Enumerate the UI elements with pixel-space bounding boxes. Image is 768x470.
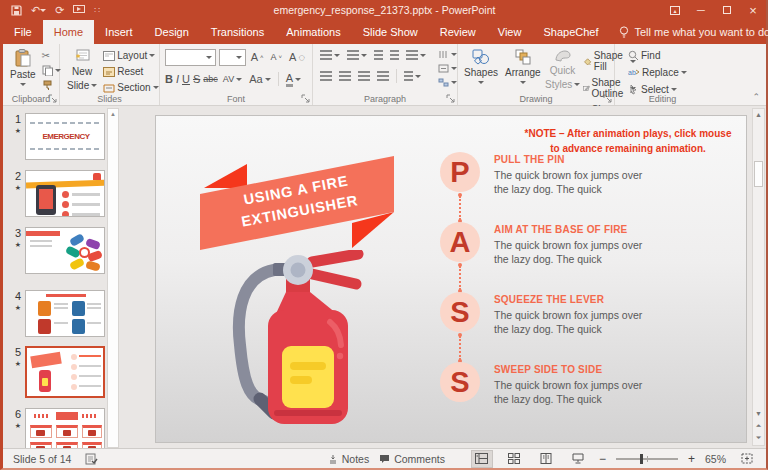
section-button[interactable]: Section xyxy=(101,81,160,94)
thumbnail-slide-5-selected[interactable]: 5★ xyxy=(7,346,119,402)
slide-show-button[interactable] xyxy=(567,450,589,468)
slide-sorter-view-button[interactable] xyxy=(503,450,525,468)
justify-icon[interactable] xyxy=(375,70,391,82)
normal-view-button[interactable] xyxy=(471,450,493,468)
line-spacing-icon[interactable] xyxy=(404,49,428,61)
bullets-icon[interactable] xyxy=(318,49,342,61)
scroll-down-icon[interactable]: ▼ xyxy=(753,409,764,419)
next-slide-icon[interactable]: ⏷ xyxy=(753,433,764,443)
thumbnail-slide-1[interactable]: 1★ EMERGENCY xyxy=(7,113,119,169)
font-dialog-launcher[interactable] xyxy=(301,94,310,103)
drawing-dialog-launcher[interactable] xyxy=(603,94,612,103)
close-icon[interactable]: × xyxy=(740,0,766,20)
thumbnail-slide-3[interactable]: 3★ xyxy=(7,227,119,283)
start-from-beginning-icon[interactable] xyxy=(73,5,85,15)
notes-toggle[interactable]: Notes xyxy=(328,453,369,465)
strikethrough-button[interactable]: S xyxy=(193,73,200,85)
replace-button[interactable]: ab Replace xyxy=(626,66,707,79)
italic-button[interactable]: I xyxy=(176,73,179,85)
text-shadow-button[interactable]: abc xyxy=(203,74,218,84)
text-direction-icon[interactable] xyxy=(436,49,459,60)
save-icon[interactable] xyxy=(11,5,22,16)
shrink-font-icon[interactable]: A˅ xyxy=(269,51,285,63)
thumbnail-scrollbar[interactable]: ▲ xyxy=(107,108,119,448)
reading-view-button[interactable] xyxy=(535,450,557,468)
quick-styles-icon xyxy=(554,49,571,63)
character-spacing-button[interactable]: AV xyxy=(221,73,244,85)
tab-shapechef[interactable]: ShapeChef xyxy=(532,20,609,44)
layout-button[interactable]: Layout xyxy=(101,49,160,62)
slide-canvas[interactable]: *NOTE – After animation plays, click mou… xyxy=(155,115,747,443)
tab-slide-show[interactable]: Slide Show xyxy=(352,20,429,44)
quick-styles-button[interactable]: Quick Styles xyxy=(545,47,581,101)
customize-qat-icon[interactable]: ⸬ xyxy=(94,6,99,14)
thumb-preview xyxy=(25,227,105,274)
find-button[interactable]: Find xyxy=(626,49,707,62)
change-case-button[interactable]: Aa xyxy=(247,72,272,86)
new-slide-button[interactable]: New Slide xyxy=(63,47,101,101)
ribbon-display-options-icon[interactable]: ▴ xyxy=(662,0,688,20)
tell-me-box[interactable]: Tell me what you want to do... xyxy=(609,20,768,44)
thumbnail-slide-4[interactable]: 4★ xyxy=(7,290,119,346)
align-center-icon[interactable] xyxy=(337,70,353,82)
tab-view[interactable]: View xyxy=(487,20,533,44)
zoom-out-icon[interactable]: − xyxy=(599,452,606,466)
zoom-slider-thumb[interactable] xyxy=(640,454,643,464)
thumbnail-slide-2[interactable]: 2★ xyxy=(7,170,119,226)
tab-design[interactable]: Design xyxy=(144,20,200,44)
tab-animations[interactable]: Animations xyxy=(275,20,351,44)
minimize-icon[interactable]: ─ xyxy=(688,0,714,20)
align-right-icon[interactable] xyxy=(356,70,372,82)
tab-file[interactable]: File xyxy=(3,20,43,44)
pass-item-aim[interactable]: A AIM AT THE BASE OF FIRE The quick brow… xyxy=(440,222,652,267)
scroll-up-icon[interactable]: ▲ xyxy=(753,110,764,120)
undo-icon[interactable]: ↶ xyxy=(31,5,46,16)
spell-check-icon[interactable] xyxy=(85,453,98,465)
tab-home[interactable]: Home xyxy=(43,20,94,44)
paste-button[interactable]: Paste xyxy=(6,47,40,101)
comments-toggle[interactable]: Comments xyxy=(379,453,445,465)
arrange-button[interactable]: Arrange xyxy=(501,47,545,101)
collapse-ribbon-icon[interactable]: ⌃ xyxy=(752,92,760,102)
replace-label: Replace xyxy=(642,67,679,78)
zoom-level[interactable]: 65% xyxy=(705,453,726,465)
align-left-icon[interactable] xyxy=(318,70,334,82)
font-name-combobox[interactable] xyxy=(165,49,216,66)
numbering-icon[interactable] xyxy=(345,49,369,61)
underline-button[interactable]: U xyxy=(182,73,190,85)
restore-icon[interactable] xyxy=(714,0,740,20)
editor-scrollbar[interactable]: ▲ ▼ ⏶ ⏷ xyxy=(752,108,765,446)
decrease-indent-icon[interactable] xyxy=(372,49,385,61)
shapes-button[interactable]: Shapes xyxy=(461,47,501,101)
previous-slide-icon[interactable]: ⏶ xyxy=(753,421,764,431)
fire-extinguisher-graphic[interactable] xyxy=(226,250,366,430)
clear-formatting-icon[interactable]: A◌ xyxy=(287,50,307,64)
zoom-in-icon[interactable]: + xyxy=(688,452,695,466)
fit-slide-to-window-icon[interactable] xyxy=(736,450,758,468)
font-color-button[interactable]: A xyxy=(284,71,303,88)
convert-to-smartart-icon[interactable] xyxy=(436,77,459,88)
align-text-icon[interactable] xyxy=(436,63,459,74)
tab-review[interactable]: Review xyxy=(429,20,487,44)
tab-insert[interactable]: Insert xyxy=(94,20,144,44)
pass-item-pull[interactable]: P PULL THE PIN The quick brown fox jumps… xyxy=(440,152,652,197)
pass-item-sweep[interactable]: S SWEEP SIDE TO SIDE The quick brown fox… xyxy=(440,362,652,407)
pass-body: The quick brown fox jumps over the lazy … xyxy=(494,308,646,337)
note-line-1: *NOTE – After animation plays, click mou… xyxy=(514,126,742,141)
pass-item-squeeze[interactable]: S SQUEEZE THE LEVER The quick brown fox … xyxy=(440,292,652,337)
zoom-slider[interactable] xyxy=(616,458,678,460)
reset-button[interactable]: Reset xyxy=(101,65,160,78)
grow-font-icon[interactable]: A˄ xyxy=(249,50,266,64)
scrollbar-thumb[interactable] xyxy=(754,161,763,187)
font-size-combobox[interactable] xyxy=(219,49,246,66)
scroll-up-icon[interactable]: ▲ xyxy=(108,109,118,117)
paragraph-dialog-launcher[interactable] xyxy=(446,94,455,103)
tab-transitions[interactable]: Transitions xyxy=(200,20,275,44)
columns-icon[interactable] xyxy=(402,70,423,82)
bold-button[interactable]: B xyxy=(165,73,173,85)
thumbnail-slide-6[interactable]: 6★ xyxy=(7,408,119,448)
clipboard-dialog-launcher[interactable] xyxy=(48,94,57,103)
increase-indent-icon[interactable] xyxy=(388,49,401,61)
title-banner-shape[interactable]: USING A FIRE EXTINGUISHER xyxy=(192,138,404,258)
redo-icon[interactable]: ⟳ xyxy=(55,5,64,16)
